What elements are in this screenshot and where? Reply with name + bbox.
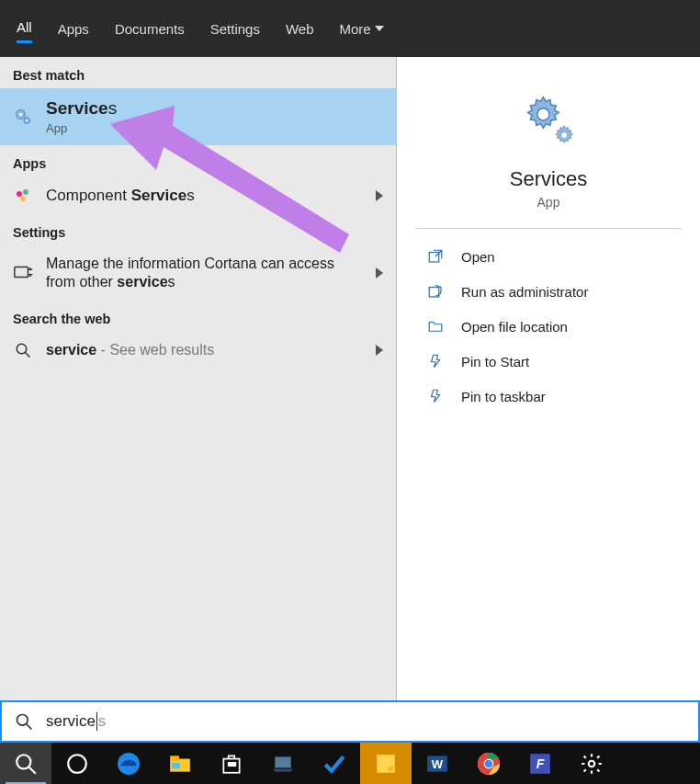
svg-line-9 bbox=[25, 353, 29, 358]
svg-point-17 bbox=[17, 755, 30, 768]
settings-section-label: Settings bbox=[0, 214, 396, 245]
svg-text:W: W bbox=[432, 757, 444, 771]
taskbar-settings[interactable] bbox=[566, 743, 617, 784]
svg-point-5 bbox=[23, 189, 28, 195]
svg-point-1 bbox=[19, 113, 22, 116]
svg-point-3 bbox=[26, 119, 28, 121]
preview-pane: Services App Open Run as administrator O… bbox=[397, 57, 700, 700]
svg-line-18 bbox=[28, 767, 36, 774]
tab-all[interactable]: All bbox=[17, 14, 32, 43]
svg-point-36 bbox=[589, 760, 595, 767]
tab-documents[interactable]: Documents bbox=[115, 16, 185, 42]
svg-point-19 bbox=[68, 755, 86, 773]
result-cortana-services-setting[interactable]: Manage the information Cortana can acces… bbox=[0, 245, 396, 301]
tab-settings[interactable]: Settings bbox=[210, 16, 260, 42]
search-icon bbox=[13, 342, 33, 358]
gear-icon bbox=[13, 108, 33, 126]
svg-point-10 bbox=[537, 108, 549, 120]
chevron-right-icon bbox=[376, 267, 383, 278]
best-match-label: Best match bbox=[0, 57, 396, 88]
taskbar-chrome[interactable] bbox=[463, 743, 514, 784]
admin-icon bbox=[426, 282, 445, 301]
action-run-as-admin[interactable]: Run as administrator bbox=[426, 282, 671, 301]
svg-rect-23 bbox=[172, 762, 180, 768]
web-section-label: Search the web bbox=[0, 301, 396, 332]
text-caret bbox=[96, 712, 97, 731]
taskbar-word[interactable]: W bbox=[412, 743, 463, 784]
settings-result-icon bbox=[13, 263, 33, 283]
result-component-services[interactable]: Component Services bbox=[0, 176, 396, 214]
taskbar-edge[interactable] bbox=[103, 743, 154, 784]
svg-point-6 bbox=[20, 196, 26, 201]
search-scope-tabs: All Apps Documents Settings Web More bbox=[0, 0, 700, 57]
taskbar: W F bbox=[0, 743, 700, 784]
pin-taskbar-icon bbox=[426, 387, 445, 405]
result-web-service[interactable]: service - See web results bbox=[0, 332, 396, 369]
svg-point-8 bbox=[17, 345, 27, 355]
taskbar-app-f[interactable]: F bbox=[514, 743, 566, 784]
open-icon bbox=[426, 247, 445, 266]
svg-rect-22 bbox=[170, 756, 179, 760]
svg-rect-25 bbox=[229, 762, 231, 765]
action-pin-to-start[interactable]: Pin to Start bbox=[426, 352, 671, 370]
tab-more[interactable]: More bbox=[340, 16, 384, 42]
taskbar-search[interactable] bbox=[0, 743, 51, 784]
taskbar-todo[interactable] bbox=[309, 743, 360, 784]
result-subtitle: App bbox=[46, 121, 383, 136]
svg-line-16 bbox=[27, 724, 32, 730]
svg-rect-26 bbox=[232, 762, 235, 765]
taskbar-sticky-notes[interactable] bbox=[360, 743, 412, 784]
component-services-icon bbox=[13, 187, 33, 205]
taskbar-store[interactable] bbox=[206, 743, 257, 784]
chevron-right-icon bbox=[376, 190, 383, 201]
taskbar-cortana[interactable] bbox=[51, 743, 103, 784]
folder-icon bbox=[426, 317, 445, 335]
tab-web[interactable]: Web bbox=[286, 16, 314, 42]
svg-text:F: F bbox=[536, 756, 545, 771]
taskbar-file-explorer[interactable] bbox=[154, 743, 206, 784]
results-panel: Best match Services App Apps Component S… bbox=[0, 57, 397, 700]
action-open[interactable]: Open bbox=[426, 247, 671, 266]
svg-point-11 bbox=[561, 132, 568, 139]
pin-start-icon bbox=[426, 352, 445, 370]
chevron-down-icon bbox=[375, 26, 384, 31]
tab-apps[interactable]: Apps bbox=[58, 16, 89, 42]
svg-point-15 bbox=[17, 715, 28, 726]
action-pin-to-taskbar[interactable]: Pin to taskbar bbox=[426, 387, 671, 405]
svg-rect-27 bbox=[377, 755, 395, 773]
chevron-right-icon bbox=[376, 345, 383, 356]
preview-subtitle: App bbox=[537, 195, 560, 210]
svg-rect-7 bbox=[15, 267, 28, 278]
search-input[interactable]: services bbox=[46, 712, 106, 731]
result-title-rest: s bbox=[108, 98, 118, 118]
tab-more-label: More bbox=[340, 21, 371, 37]
services-app-icon bbox=[521, 92, 576, 151]
search-icon bbox=[15, 712, 33, 731]
preview-title: Services bbox=[510, 167, 587, 191]
svg-point-4 bbox=[17, 191, 22, 197]
svg-point-33 bbox=[485, 759, 493, 767]
search-box[interactable]: services bbox=[0, 700, 700, 743]
result-title-bold: Service bbox=[46, 98, 108, 118]
taskbar-laptop[interactable] bbox=[257, 743, 309, 784]
result-services-app[interactable]: Services App bbox=[0, 88, 396, 145]
apps-section-label: Apps bbox=[0, 145, 396, 176]
action-open-file-location[interactable]: Open file location bbox=[426, 317, 671, 335]
